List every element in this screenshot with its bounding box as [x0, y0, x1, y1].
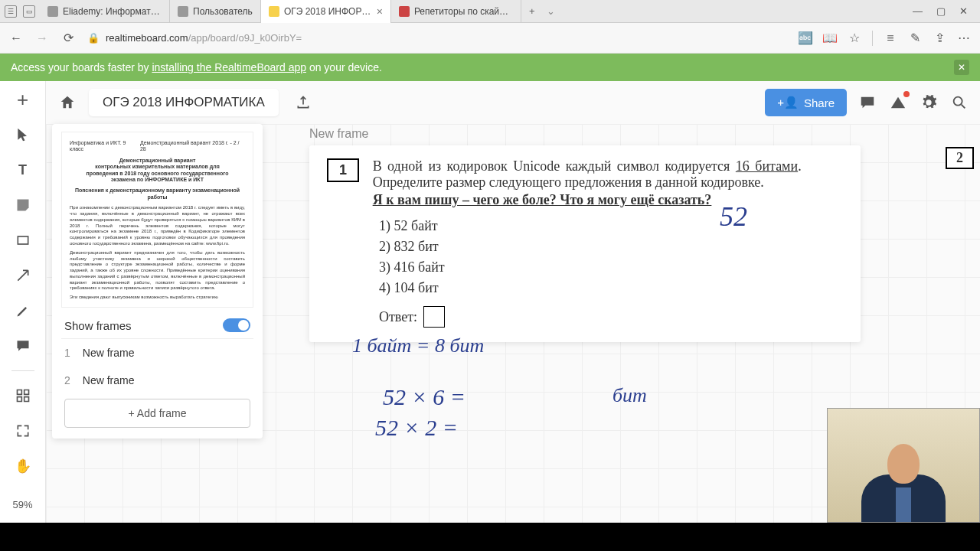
- maximize-button[interactable]: ▢: [936, 5, 946, 17]
- reload-button[interactable]: ⟳: [61, 31, 75, 45]
- tab-realtimeboard[interactable]: ОГЭ 2018 ИНФОРМАТИ ×: [261, 0, 391, 23]
- new-tab-button[interactable]: +: [521, 5, 543, 17]
- pen-tool[interactable]: [12, 300, 34, 321]
- add-user-icon: +👤: [777, 96, 799, 109]
- tab-label: Репетиторы по скайпу в Pr: [414, 6, 513, 17]
- tab-label: ОГЭ 2018 ИНФОРМАТИ: [284, 6, 372, 17]
- sidebar-toggle-icon[interactable]: ☰: [5, 5, 17, 18]
- lock-icon: 🔒: [87, 32, 100, 44]
- banner-close-button[interactable]: ✕: [954, 60, 969, 75]
- home-button[interactable]: [57, 92, 78, 113]
- url-host: realtimeboard.com: [106, 32, 188, 44]
- globe-icon: [178, 6, 188, 17]
- banner-text: Access your boards faster by installing …: [11, 61, 382, 73]
- reading-icon[interactable]: 📖: [823, 31, 837, 45]
- svg-point-1: [954, 97, 962, 106]
- favorite-icon[interactable]: ☆: [848, 31, 861, 45]
- tabs-icon[interactable]: ▭: [23, 5, 35, 18]
- chevron-down-icon[interactable]: ⌄: [542, 5, 560, 17]
- favicon-icon: [399, 6, 410, 17]
- arrow-tool[interactable]: [12, 265, 34, 286]
- webcam-overlay: [827, 408, 980, 523]
- handwriting-calc2: 52 × 2 =: [375, 415, 458, 441]
- select-tool[interactable]: [12, 124, 34, 145]
- toolbar: + T ✋ 59%: [0, 81, 46, 523]
- sticky-tool[interactable]: [12, 194, 34, 216]
- show-frames-toggle[interactable]: [223, 318, 250, 332]
- board-favicon-icon: [269, 6, 279, 17]
- share-page-icon[interactable]: ⇪: [933, 31, 946, 45]
- frame-label: New frame: [83, 347, 135, 359]
- frames-tool[interactable]: [12, 385, 34, 406]
- topbar: ОГЭ 2018 ИНФОРМАТИКА +👤 Share: [46, 81, 980, 124]
- address-bar: ← → ⟳ 🔒 realtimeboard.com/app/board/o9J_…: [0, 23, 980, 54]
- add-frame-button[interactable]: + Add frame: [64, 399, 250, 428]
- close-window-button[interactable]: ✕: [959, 5, 968, 17]
- share-button[interactable]: +👤 Share: [765, 89, 847, 116]
- frames-panel: Информатика и ИКТ. 9 классДемонстрационн…: [52, 124, 263, 439]
- handwriting-calc1: 52 × 6 =: [383, 384, 466, 410]
- task-card[interactable]: 1 В одной из кодировок Unicode каждый си…: [309, 145, 861, 342]
- frame-title[interactable]: New frame: [309, 127, 368, 141]
- add-tool[interactable]: +: [12, 89, 34, 110]
- settings-button[interactable]: [919, 93, 939, 112]
- task-number: 1: [327, 158, 359, 182]
- close-icon[interactable]: ×: [377, 5, 383, 18]
- activity-button[interactable]: [888, 93, 908, 112]
- zoom-level[interactable]: 59%: [12, 499, 32, 515]
- app: + T ✋ 59% ОГЭ 2018 ИНФОРМАТИКА +👤 Share: [0, 81, 980, 523]
- svg-rect-0: [18, 236, 28, 244]
- frame-thumbnail[interactable]: Информатика и ИКТ. 9 классДемонстрационн…: [61, 132, 253, 308]
- notification-dot: [903, 91, 910, 97]
- globe-icon: [47, 6, 58, 17]
- comment-tool[interactable]: [12, 335, 34, 357]
- forward-button[interactable]: →: [35, 31, 49, 45]
- export-button[interactable]: [289, 89, 317, 116]
- translate-icon[interactable]: 🔤: [799, 31, 812, 45]
- board-title[interactable]: ОГЭ 2018 ИНФОРМАТИКА: [89, 89, 279, 116]
- right-number: 2: [946, 147, 974, 169]
- notes-icon[interactable]: ✎: [908, 31, 922, 45]
- share-label: Share: [804, 96, 835, 109]
- tab-label: Eliademy: Информатика - С: [63, 6, 162, 17]
- answer-box[interactable]: [423, 306, 445, 328]
- tab-bar: ☰ ▭ Eliademy: Информатика - С Пользовате…: [0, 0, 980, 23]
- chat-button[interactable]: [858, 93, 877, 112]
- search-button[interactable]: [949, 93, 969, 112]
- tab-eliademy[interactable]: Eliademy: Информатика - С: [40, 0, 170, 23]
- show-frames-label: Show frames: [64, 319, 132, 332]
- more-icon[interactable]: ⋯: [957, 31, 971, 45]
- handwriting-52: 52: [720, 201, 747, 233]
- minimize-button[interactable]: —: [913, 5, 923, 17]
- tab-label: Пользователь: [193, 6, 253, 17]
- tab-user[interactable]: Пользователь: [170, 0, 261, 23]
- frame-label: New frame: [83, 374, 135, 386]
- task-answer: Ответ:: [379, 306, 843, 328]
- url-input[interactable]: 🔒 realtimeboard.com/app/board/o9J_k0Oirb…: [87, 32, 786, 44]
- task-options: 1) 52 байт 2) 832 бит 3) 416 байт 4) 104…: [379, 216, 843, 298]
- install-link[interactable]: installing the RealtimeBoard app: [152, 61, 306, 73]
- hand-tool[interactable]: ✋: [12, 455, 34, 477]
- canvas[interactable]: Информатика и ИКТ. 9 классДемонстрационн…: [46, 124, 980, 523]
- fit-tool[interactable]: [12, 420, 34, 442]
- handwriting-byte: 1 байт = 8 бит: [352, 334, 484, 357]
- hub-icon[interactable]: ≡: [884, 31, 897, 45]
- back-button[interactable]: ←: [9, 31, 23, 45]
- browser-chrome: ☰ ▭ Eliademy: Информатика - С Пользовате…: [0, 0, 980, 54]
- text-tool[interactable]: T: [12, 159, 34, 181]
- tab-tutors[interactable]: Репетиторы по скайпу в Pr: [391, 0, 521, 23]
- frame-item-2[interactable]: 2 New frame: [61, 367, 253, 394]
- shape-tool[interactable]: [12, 230, 34, 251]
- install-banner: Access your boards faster by installing …: [0, 54, 980, 81]
- handwriting-bit: бит: [612, 384, 647, 407]
- frame-item-1[interactable]: 1 New frame: [61, 339, 253, 367]
